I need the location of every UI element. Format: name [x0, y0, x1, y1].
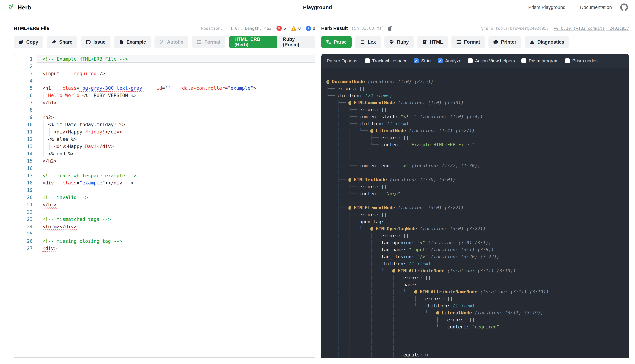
- indent-guide: [44, 128, 44, 136]
- parser-options-bar: Parser Options: Track whitespace✓Strict✓…: [321, 54, 629, 68]
- line-number[interactable]: 22: [14, 208, 37, 216]
- ast-tree-line: ├── @ HTMLTextNode (location: (1:30)-(3:…: [327, 176, 629, 183]
- line-number[interactable]: 18: [14, 179, 37, 186]
- result-column: Herb Result (in 33.00 ms) @herb-tools/br…: [321, 24, 629, 358]
- brand[interactable]: Herb: [7, 4, 31, 11]
- parse-button[interactable]: Parse: [321, 36, 352, 48]
- prism-playground-link[interactable]: Prism Playground →: [528, 5, 572, 10]
- line-number[interactable]: 1: [14, 55, 37, 63]
- copy-button[interactable]: Copy: [14, 36, 43, 48]
- ast-tree-line: │ │ │ └── @ HTMLAttributeNode (location:…: [327, 267, 629, 274]
- line-number[interactable]: 26: [14, 238, 37, 245]
- line-number[interactable]: 6: [14, 92, 37, 99]
- line-number[interactable]: 7: [14, 99, 37, 106]
- line-number[interactable]: 8: [14, 106, 37, 114]
- strict-checkbox[interactable]: ✓: [414, 58, 419, 63]
- ast-output[interactable]: @ DocumentNode (location: (1:0)-(27:5))├…: [321, 68, 629, 358]
- editor-line-18: 18<div class="example"></div >: [14, 179, 315, 186]
- option-action-view-helpers[interactable]: Action View helpers: [468, 58, 515, 64]
- line-number[interactable]: 11: [14, 128, 37, 136]
- documentation-link[interactable]: Documentation: [580, 5, 612, 10]
- ast-tree-line: ├── @ HTMLElementNode (location: (3:0)-(…: [327, 204, 629, 211]
- option-analyze[interactable]: ✓Analyze: [438, 58, 461, 64]
- github-icon[interactable]: [620, 4, 628, 11]
- option-prism-nodes[interactable]: Prism nodes: [565, 58, 598, 64]
- line-number[interactable]: 21: [14, 201, 37, 208]
- error-icon: ✕: [276, 26, 282, 31]
- ast-tree-line: @ DocumentNode (location: (1:0)-(27:5)): [327, 78, 629, 85]
- result-toolbar: ParseLexRuby5HTMLFormatPrinterDiagnostic…: [321, 36, 629, 48]
- line-number[interactable]: 15: [14, 157, 37, 165]
- ast-tree-line: │ │ │ ├── name:: [327, 281, 629, 288]
- editor-line-6: 6 Hello World <%= RUBY_VERSION %>: [14, 92, 315, 99]
- list-icon: [360, 40, 365, 44]
- ast-tree-line: │ └── comment_end: "-->" (location: (1:2…: [327, 162, 629, 169]
- indent-guide: [44, 150, 44, 158]
- line-number[interactable]: 17: [14, 172, 37, 179]
- editor-line-4: 4: [14, 77, 315, 84]
- info-icon: i: [306, 26, 311, 31]
- position-label: Position:: [201, 26, 223, 31]
- printer-button[interactable]: Printer: [488, 36, 521, 48]
- diagnostics-button[interactable]: Diagnostics: [525, 36, 569, 48]
- format-button[interactable]: Format: [451, 36, 485, 48]
- autofix-button[interactable]: Autofix: [154, 36, 188, 48]
- line-number[interactable]: 9: [14, 114, 37, 121]
- line-number[interactable]: 13: [14, 143, 37, 150]
- option-strict[interactable]: ✓Strict: [414, 58, 431, 64]
- editor-line-17: 17<!-- Track whitespace example -->: [14, 172, 315, 179]
- editor-line-10: 10 <% if Date.today.friday? %>: [14, 121, 315, 128]
- line-number[interactable]: 14: [14, 150, 37, 158]
- prism-program-checkbox[interactable]: [521, 58, 526, 63]
- line-number[interactable]: 3: [14, 70, 37, 77]
- result-panel: Parser Options: Track whitespace✓Strict✓…: [321, 54, 629, 358]
- line-number[interactable]: 12: [14, 136, 37, 143]
- ruby-button[interactable]: Ruby: [384, 36, 414, 48]
- html-button[interactable]: 5HTML: [417, 36, 448, 48]
- wand-icon: [159, 40, 164, 44]
- line-number[interactable]: 23: [14, 216, 37, 223]
- lex-button[interactable]: Lex: [355, 36, 381, 48]
- option-track-whitespace[interactable]: Track whitespace: [365, 58, 407, 64]
- example-button[interactable]: Example: [114, 36, 151, 48]
- tab-ruby-prism[interactable]: Ruby (Prism): [277, 36, 315, 48]
- ast-tree-line: │ ├── open_tag:: [327, 218, 629, 225]
- ast-tree-line: │ │ ├── errors: []: [327, 232, 629, 239]
- ast-tree-line: │ │ │ │ └── @ HTMLAttributeNameNode (loc…: [327, 288, 629, 295]
- ast-tree-line: │ ├── errors: []: [327, 211, 629, 218]
- tab-html-erb-herb[interactable]: HTML+ERB (Herb): [229, 36, 277, 48]
- line-number[interactable]: 10: [14, 121, 37, 128]
- line-number[interactable]: 19: [14, 186, 37, 194]
- code-editor[interactable]: 1<!-- Example HTML+ERB File -->23<input …: [14, 54, 315, 358]
- info-count-badge: i 0: [306, 26, 315, 31]
- editor-line-23: 23<!-- mismatched tags -->: [14, 216, 315, 223]
- format-indent-icon: [197, 40, 202, 44]
- line-number[interactable]: 25: [14, 230, 37, 238]
- track-whitespace-checkbox[interactable]: [365, 58, 370, 63]
- line-number[interactable]: 5: [14, 84, 37, 92]
- action-view-helpers-checkbox[interactable]: [468, 58, 473, 63]
- line-number[interactable]: 20: [14, 194, 37, 201]
- editor-line-12: 12 <% else %>: [14, 136, 315, 143]
- editor-line-5: 5<h1 class='bg-gray-300 text-gray" id=''…: [14, 84, 315, 92]
- line-number[interactable]: 2: [14, 63, 37, 70]
- issue-button[interactable]: Issue: [81, 36, 110, 48]
- share-button[interactable]: Share: [47, 36, 77, 48]
- warning-count-badge: ! 0: [291, 26, 301, 31]
- line-number[interactable]: 16: [14, 165, 37, 172]
- version-link[interactable]: v0.8.10 (+183 commits) 2402c957: [554, 26, 629, 31]
- line-number[interactable]: 27: [14, 245, 37, 252]
- line-number[interactable]: 4: [14, 77, 37, 84]
- format-button[interactable]: Format: [192, 36, 225, 48]
- ast-tree-line: │ │ │ │ ├── errors: []: [327, 295, 629, 302]
- ast-tree-line: │ │ │ │ └── children: (1 item): [327, 302, 629, 309]
- option-prism-program[interactable]: Prism program: [521, 58, 558, 64]
- prism-nodes-checkbox[interactable]: [565, 58, 570, 63]
- line-number[interactable]: 24: [14, 223, 37, 230]
- editor-line-22: 22: [14, 208, 315, 216]
- editor-panel-title: HTML+ERB File: [14, 26, 49, 31]
- analyze-checkbox[interactable]: ✓: [438, 58, 443, 63]
- warning-triangle-icon: [530, 40, 534, 44]
- app-header: Herb Playground Prism Playground → Docum…: [0, 0, 635, 15]
- copy-result-icon[interactable]: [388, 26, 393, 31]
